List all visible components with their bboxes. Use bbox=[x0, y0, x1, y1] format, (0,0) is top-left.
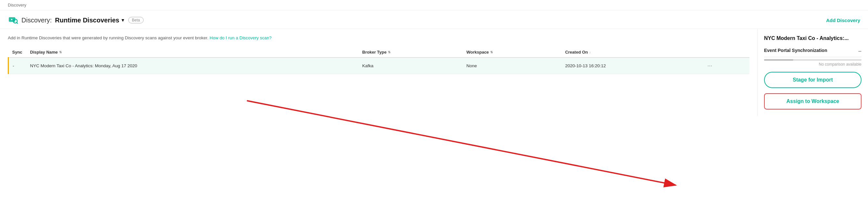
cell-display-name: NYC Modern Taxi Co - Analytics: Monday, … bbox=[26, 58, 359, 74]
discovery-scan-link[interactable]: How do I run a Discovery scan? bbox=[210, 35, 272, 40]
broker-type-value: Kafka bbox=[362, 63, 374, 68]
cell-row-actions: ··· bbox=[701, 58, 749, 74]
col-sync-label: Sync bbox=[12, 50, 23, 55]
col-broker-type-sort-icon: ⇅ bbox=[388, 50, 391, 54]
breadcrumb-label: Discovery bbox=[8, 3, 26, 7]
col-broker-type[interactable]: Broker Type ⇅ bbox=[358, 47, 463, 58]
col-workspace[interactable]: Workspace ⇅ bbox=[463, 47, 561, 58]
cell-broker-type: Kafka bbox=[358, 58, 463, 74]
col-created-on[interactable]: Created On ↓ bbox=[561, 47, 702, 58]
header-left: Discovery: Runtime Discoveries ▼ Beta bbox=[8, 15, 144, 25]
discovery-table: Sync Display Name ⇅ Broker Type bbox=[8, 47, 749, 74]
cell-workspace: None bbox=[463, 58, 561, 74]
assign-to-workspace-button[interactable]: Assign to Workspace bbox=[764, 93, 862, 110]
col-workspace-sort-icon: ⇅ bbox=[490, 50, 493, 54]
no-comparison-text: No comparison available bbox=[764, 62, 862, 67]
main-area: Add in Runtime Discoveries that were gen… bbox=[0, 29, 868, 116]
page-title-static: Discovery: bbox=[22, 17, 52, 24]
col-display-name-sort-icon: ⇅ bbox=[59, 50, 62, 54]
add-discovery-button[interactable]: Add Discovery bbox=[826, 18, 860, 23]
col-created-on-sort-icon: ↓ bbox=[589, 50, 591, 54]
col-display-name-label: Display Name bbox=[30, 50, 58, 55]
dropdown-chevron-icon[interactable]: ▼ bbox=[121, 18, 125, 23]
col-created-on-label: Created On bbox=[565, 50, 588, 55]
row-more-menu-button[interactable]: ··· bbox=[705, 62, 714, 70]
page-header: Discovery: Runtime Discoveries ▼ Beta Ad… bbox=[0, 10, 868, 29]
col-sync: Sync bbox=[8, 47, 26, 58]
col-workspace-label: Workspace bbox=[466, 50, 489, 55]
col-display-name[interactable]: Display Name ⇅ bbox=[26, 47, 359, 58]
col-actions bbox=[701, 47, 749, 58]
breadcrumb: Discovery bbox=[0, 0, 868, 10]
svg-line-2 bbox=[17, 23, 18, 24]
sync-section-header: Event Portal Synchronization − bbox=[764, 48, 862, 55]
right-panel-title: NYC Modern Taxi Co - Analytics:... bbox=[764, 35, 862, 41]
table-body: - NYC Modern Taxi Co - Analytics: Monday… bbox=[8, 58, 750, 74]
sync-section-label: Event Portal Synchronization bbox=[764, 48, 827, 53]
progress-bar-fill bbox=[764, 59, 793, 61]
display-name-value: NYC Modern Taxi Co - Analytics: Monday, … bbox=[30, 63, 137, 68]
right-panel: NYC Modern Taxi Co - Analytics:... Event… bbox=[757, 29, 868, 116]
table-header: Sync Display Name ⇅ Broker Type bbox=[8, 47, 750, 58]
created-on-value: 2020-10-13 16:20:12 bbox=[565, 63, 606, 68]
col-broker-type-label: Broker Type bbox=[362, 50, 386, 55]
sync-value: - bbox=[13, 63, 14, 68]
sync-dash: − bbox=[858, 48, 862, 55]
sync-divider bbox=[764, 57, 862, 57]
page-title-bold: Runtime Discoveries bbox=[55, 17, 119, 24]
sync-section: Event Portal Synchronization − No compar… bbox=[764, 48, 862, 67]
stage-for-import-button[interactable]: Stage for Import bbox=[764, 72, 862, 88]
table-header-row: Sync Display Name ⇅ Broker Type bbox=[8, 47, 750, 58]
cell-created-on: 2020-10-13 16:20:12 bbox=[561, 58, 702, 74]
title-dropdown[interactable]: Runtime Discoveries ▼ bbox=[55, 17, 125, 24]
beta-badge: Beta bbox=[128, 17, 144, 23]
description-text: Add in Runtime Discoveries that were gen… bbox=[8, 35, 749, 41]
progress-bar-container bbox=[764, 59, 862, 61]
description-body: Add in Runtime Discoveries that were gen… bbox=[8, 35, 209, 40]
table-row[interactable]: - NYC Modern Taxi Co - Analytics: Monday… bbox=[8, 58, 750, 74]
discovery-icon bbox=[8, 15, 18, 25]
svg-point-3 bbox=[11, 19, 12, 20]
left-panel: Add in Runtime Discoveries that were gen… bbox=[0, 29, 757, 116]
cell-sync: - bbox=[8, 58, 26, 74]
workspace-value: None bbox=[466, 63, 477, 68]
